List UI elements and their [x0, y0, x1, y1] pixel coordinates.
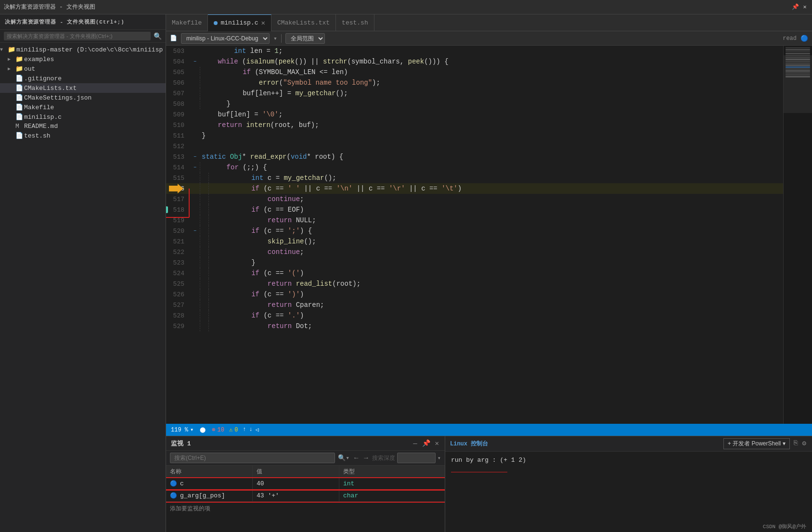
gutter-524[interactable]: 524: [166, 268, 190, 279]
sidebar-item-minilisp[interactable]: ▶ 📄 minilisp.c: [0, 112, 166, 122]
sidebar-item-cmakesettings[interactable]: ▶ 📄 CMakeSettings.json: [0, 93, 166, 102]
warn-icon: ⚠: [229, 426, 232, 433]
gutter-511[interactable]: 511: [166, 130, 190, 141]
tab-cmakelists[interactable]: CMakeLists.txt: [271, 14, 336, 31]
tab-testsh[interactable]: test.sh: [336, 14, 374, 31]
terminal-output-1: run by arg : (+ 1 2): [451, 456, 526, 464]
gutter-523[interactable]: 523: [166, 257, 190, 268]
watch-nav-back[interactable]: ←: [352, 453, 360, 463]
gutter-509[interactable]: 509: [166, 109, 190, 120]
new-terminal-button[interactable]: + 开发者 PowerShell ▾: [723, 438, 790, 449]
line-text-506: error("Symbol name too long");: [208, 77, 380, 88]
pin-button[interactable]: 📌: [792, 4, 799, 11]
code-line-504: 504 − while (isalnum(peek()) || strchr(s…: [166, 56, 783, 67]
code-line-509: 509 buf[len] = '\0';: [166, 109, 783, 120]
gutter-520[interactable]: 520: [166, 226, 190, 236]
tab-makefile[interactable]: Makefile: [166, 14, 208, 31]
gutter-510[interactable]: 510: [166, 120, 190, 130]
gutter-525[interactable]: 525: [166, 279, 190, 289]
terminal-footer: CSDN @御风@户外: [445, 521, 812, 532]
gutter-513[interactable]: 513: [166, 152, 190, 162]
watch-pin[interactable]: 📌: [421, 438, 431, 448]
watch-search-input[interactable]: [170, 453, 335, 463]
watch-close[interactable]: ✕: [434, 438, 440, 448]
sidebar-item-out[interactable]: ▶ 📁 out: [0, 64, 166, 74]
gutter-508[interactable]: 508: [166, 99, 190, 109]
scope-select[interactable]: 全局范围: [285, 33, 325, 44]
watch-add-item[interactable]: 添加要监视的项: [166, 502, 445, 516]
minimap[interactable]: [783, 46, 812, 424]
gutter-519[interactable]: 519: [166, 215, 190, 226]
sidebar-item-gitignore[interactable]: ▶ 📄 .gitignore: [0, 74, 166, 83]
tab-minilisp-close[interactable]: ✕: [261, 19, 265, 27]
status-zoom[interactable]: 119 % ▾: [171, 426, 193, 433]
sidebar-item-testsh[interactable]: ▶ 📄 test.sh: [0, 131, 166, 140]
watch-panel-controls: — 📌 ✕: [412, 438, 440, 448]
tree-root[interactable]: ▼ 📁 minilisp-master (D:\code\c\8cc\minii…: [0, 45, 166, 54]
sidebar-search-input[interactable]: [4, 32, 151, 40]
line-text-527: return Cparen;: [217, 300, 324, 310]
sidebar-title: 决解方案资源管理器 - 文件夹视图(Ctrl+;): [5, 18, 125, 25]
gutter-512[interactable]: 512: [166, 141, 190, 152]
nav-down[interactable]: ↓: [249, 426, 253, 433]
watch-row-c[interactable]: 🔵 c 40 int: [166, 478, 445, 490]
gutter-506[interactable]: 506: [166, 77, 190, 88]
sidebar-search-icon[interactable]: 🔍: [154, 32, 162, 40]
watch-depth-dropdown[interactable]: ▾: [438, 455, 441, 462]
status-warnings[interactable]: ⚠ 0: [229, 426, 238, 433]
sidebar: 决解方案资源管理器 - 文件夹视图(Ctrl+;) 🔍 ▼ 📁 minilisp…: [0, 14, 166, 532]
gutter-517[interactable]: 517: [166, 194, 190, 204]
gutter-504[interactable]: 504: [166, 56, 190, 67]
watch-depth-input[interactable]: [397, 453, 436, 463]
file-indicator: 📄: [170, 35, 177, 42]
watch-minimize[interactable]: —: [412, 439, 418, 448]
content-area: Makefile minilisp.c ✕ CMakeLists.txt tes…: [166, 14, 812, 532]
minimap-viewport: [784, 55, 812, 113]
gutter-529[interactable]: 529: [166, 321, 190, 331]
gutter-503[interactable]: 503: [166, 46, 190, 56]
watch-cell-garg-type: char: [339, 490, 445, 501]
code-line-506: 506 error("Symbol name too long");: [166, 77, 783, 88]
gutter-515[interactable]: 515: [166, 173, 190, 183]
examples-label: examples: [24, 56, 54, 63]
tab-minilisp[interactable]: minilisp.c ✕: [208, 14, 271, 31]
watch-search-icon[interactable]: 🔍▾: [338, 454, 349, 462]
code-line-508: 508 }: [166, 99, 783, 109]
gutter-505[interactable]: 505: [166, 67, 190, 77]
sidebar-item-cmakelists[interactable]: ▶ 📄 CMakeLists.txt: [0, 83, 166, 93]
gutter-518[interactable]: 518: [166, 204, 190, 215]
code-line-528: 528 if (c == '.'): [166, 310, 783, 321]
sidebar-item-makefile[interactable]: ▶ 📄 Makefile: [0, 102, 166, 112]
file-tree: ▼ 📁 minilisp-master (D:\code\c\8cc\minii…: [0, 43, 166, 532]
gutter-528[interactable]: 528: [166, 310, 190, 321]
watch-cell-c-name: 🔵 c: [166, 478, 253, 489]
watch-depth-label: 搜索深度: [372, 454, 395, 462]
sidebar-item-readme[interactable]: ▶ M README.md: [0, 122, 166, 131]
examples-arrow: ▶: [8, 56, 15, 62]
gutter-522[interactable]: 522: [166, 247, 190, 257]
gutter-527[interactable]: 527: [166, 300, 190, 310]
error-count: 10: [217, 427, 224, 433]
editor-main[interactable]: 503 int len = 1; 504 − while (isalnum(pe…: [166, 46, 783, 424]
sidebar-item-examples[interactable]: ▶ 📁 examples: [0, 54, 166, 64]
gutter-526[interactable]: 526: [166, 289, 190, 300]
terminal-copy-btn[interactable]: ⎘: [793, 438, 799, 449]
line-text-514: for (;;) {: [208, 162, 267, 173]
nav-up[interactable]: ↑: [243, 426, 246, 433]
gutter-514[interactable]: 514: [166, 162, 190, 173]
minilisp-label: minilisp.c: [24, 114, 62, 121]
status-errors[interactable]: ⊗ 10: [212, 426, 224, 433]
config-select[interactable]: minilisp - Linux-GCC-Debug: [181, 33, 270, 44]
status-bar: 119 % ▾ ⬤ ⊗ 10 ⚠ 0 ↑ ↓ ◁: [166, 424, 812, 436]
zoom-dropdown[interactable]: ▾: [190, 426, 193, 433]
watch-row-garg[interactable]: 🔵 g_arg[g_pos] 43 '+' char: [166, 490, 445, 502]
code-line-516: 516 if (c == ' ' || c == '\n' || c == '\…: [166, 183, 783, 194]
gutter-521[interactable]: 521: [166, 236, 190, 247]
nav-prev[interactable]: ◁: [256, 426, 259, 433]
watch-nav-forward[interactable]: →: [362, 453, 370, 463]
gutter-507[interactable]: 507: [166, 88, 190, 99]
terminal-settings-btn[interactable]: ⚙: [801, 438, 807, 449]
readme-label: README.md: [24, 123, 58, 130]
terminal-body[interactable]: run by arg : (+ 1 2) _______________: [445, 452, 812, 521]
close-title-button[interactable]: ✕: [801, 4, 808, 11]
